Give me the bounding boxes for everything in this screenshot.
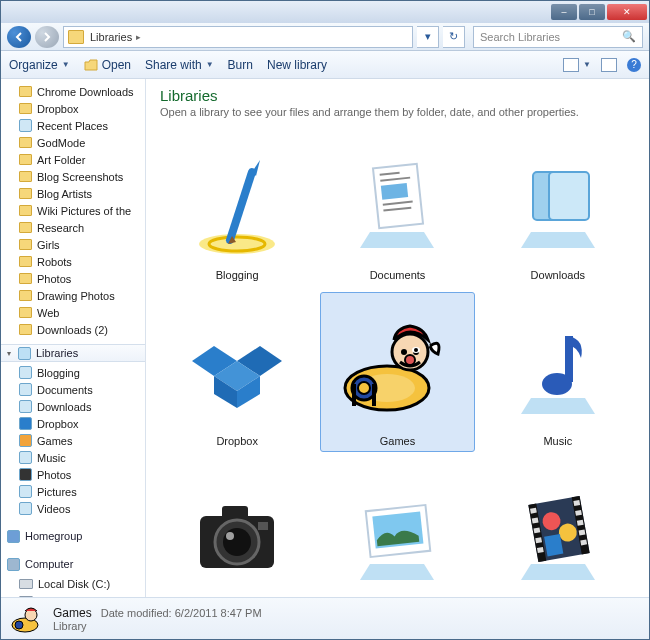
svg-rect-44 <box>530 508 537 514</box>
page-subtitle: Open a library to see your files and arr… <box>160 106 635 118</box>
svg-point-35 <box>226 532 234 540</box>
minimize-button[interactable]: – <box>551 4 577 20</box>
library-item-games[interactable]: Games <box>320 292 474 452</box>
sidebar-item[interactable]: Blog Screenshots <box>1 168 145 185</box>
sidebar-item-downloads[interactable]: Downloads <box>1 398 145 415</box>
search-input[interactable]: Search Libraries 🔍 <box>473 26 643 48</box>
sidebar-item[interactable]: Chrome Downloads <box>1 83 145 100</box>
folder-icon <box>19 239 32 250</box>
view-icon <box>563 58 579 72</box>
sidebar-header-libraries[interactable]: ▾Libraries <box>1 344 145 362</box>
svg-rect-51 <box>577 520 584 526</box>
open-button[interactable]: Open <box>84 58 131 72</box>
refresh-button[interactable]: ↻ <box>443 26 465 48</box>
maximize-button[interactable]: □ <box>579 4 605 20</box>
svg-marker-9 <box>521 232 595 248</box>
sidebar-item[interactable]: Dropbox <box>1 100 145 117</box>
nav-bar: Libraries ▸ ▾ ↻ Search Libraries 🔍 <box>1 23 649 51</box>
sidebar-header-computer[interactable]: Computer <box>1 555 145 573</box>
details-name: Games <box>53 606 92 620</box>
help-button[interactable]: ? <box>627 58 641 72</box>
sidebar-item-photos[interactable]: Photos <box>1 466 145 483</box>
library-icon <box>19 434 32 447</box>
sidebar-item[interactable]: Robots <box>1 253 145 270</box>
folder-icon <box>19 324 32 335</box>
library-item-dropbox[interactable]: Dropbox <box>160 292 314 452</box>
sidebar-item-dropbox[interactable]: Dropbox <box>1 415 145 432</box>
sidebar-item[interactable]: GodMode <box>1 134 145 151</box>
library-item-pictures[interactable]: Pictures <box>320 458 474 597</box>
dropdown-history-button[interactable]: ▾ <box>417 26 439 48</box>
explorer-window: – □ ✕ Libraries ▸ ▾ ↻ Search Libraries 🔍… <box>0 0 650 640</box>
expand-icon: ▾ <box>7 349 11 358</box>
search-placeholder: Search Libraries <box>480 31 560 43</box>
sidebar-item-documents[interactable]: Documents <box>1 381 145 398</box>
documents-icon <box>337 147 457 267</box>
library-item-videos[interactable]: Videos <box>481 458 635 597</box>
view-options-button[interactable]: ▼ <box>563 58 591 72</box>
sidebar-item[interactable]: Web <box>1 304 145 321</box>
games-icon <box>337 313 457 433</box>
sidebar-item-music[interactable]: Music <box>1 449 145 466</box>
folder-icon <box>19 290 32 301</box>
svg-point-30 <box>542 373 572 395</box>
share-button[interactable]: Share with▼ <box>145 58 214 72</box>
library-item-downloads[interactable]: Downloads <box>481 126 635 286</box>
sidebar-item[interactable]: Girls <box>1 236 145 253</box>
new-library-button[interactable]: New library <box>267 58 327 72</box>
chevron-down-icon: ▼ <box>206 60 214 69</box>
library-icon <box>19 451 32 464</box>
sidebar-item-drive[interactable]: Local Disk (C:) <box>1 575 145 592</box>
breadcrumb-root: Libraries <box>90 31 132 43</box>
sidebar-item-games[interactable]: Games <box>1 432 145 449</box>
library-item-music[interactable]: Music <box>481 292 635 452</box>
library-icon <box>19 468 32 481</box>
svg-marker-40 <box>521 564 595 580</box>
library-label: Games <box>380 435 415 447</box>
library-label: Documents <box>370 269 426 281</box>
back-button[interactable] <box>7 26 31 48</box>
sidebar-item[interactable]: Art Folder <box>1 151 145 168</box>
address-bar[interactable]: Libraries ▸ <box>63 26 413 48</box>
preview-pane-button[interactable] <box>601 58 617 72</box>
sidebar-item[interactable]: Wiki Pictures of the <box>1 202 145 219</box>
library-item-documents[interactable]: Documents <box>320 126 474 286</box>
svg-marker-29 <box>521 398 595 414</box>
svg-rect-32 <box>222 506 248 520</box>
svg-rect-22 <box>372 384 376 406</box>
forward-button[interactable] <box>35 26 59 48</box>
library-item-blogging[interactable]: Blogging <box>160 126 314 286</box>
library-item-photos[interactable]: Photos <box>160 458 314 597</box>
library-icon <box>19 366 32 379</box>
sidebar-item-blogging[interactable]: Blogging <box>1 364 145 381</box>
sidebar-header-homegroup[interactable]: Homegroup <box>1 527 145 545</box>
sidebar-item-videos[interactable]: Videos <box>1 500 145 517</box>
folder-icon <box>19 205 32 216</box>
organize-button[interactable]: Organize▼ <box>9 58 70 72</box>
svg-rect-21 <box>352 384 356 406</box>
videos-icon <box>498 479 618 597</box>
svg-rect-46 <box>533 527 540 533</box>
sidebar-item[interactable]: Blog Artists <box>1 185 145 202</box>
svg-point-27 <box>414 348 418 352</box>
svg-point-20 <box>358 382 370 394</box>
burn-button[interactable]: Burn <box>228 58 253 72</box>
library-icon <box>19 400 32 413</box>
sidebar-item[interactable]: Photos <box>1 270 145 287</box>
sidebar-item[interactable]: Downloads (2) <box>1 321 145 338</box>
svg-point-58 <box>15 621 23 629</box>
details-type: Library <box>53 620 262 632</box>
close-button[interactable]: ✕ <box>607 4 647 20</box>
photos-icon <box>177 479 297 597</box>
svg-rect-45 <box>532 518 539 524</box>
navigation-pane[interactable]: Chrome Downloads Dropbox Recent Places G… <box>1 79 146 597</box>
sidebar-item[interactable]: Research <box>1 219 145 236</box>
details-meta-label: Date modified: <box>101 607 172 619</box>
sidebar-item[interactable]: Drawing Photos <box>1 287 145 304</box>
sidebar-item[interactable]: Recent Places <box>1 117 145 134</box>
folder-icon <box>19 137 32 148</box>
svg-rect-50 <box>575 510 582 516</box>
content-pane[interactable]: Libraries Open a library to see your fil… <box>146 79 649 597</box>
sidebar-item-pictures[interactable]: Pictures <box>1 483 145 500</box>
command-bar: Organize▼ Open Share with▼ Burn New libr… <box>1 51 649 79</box>
